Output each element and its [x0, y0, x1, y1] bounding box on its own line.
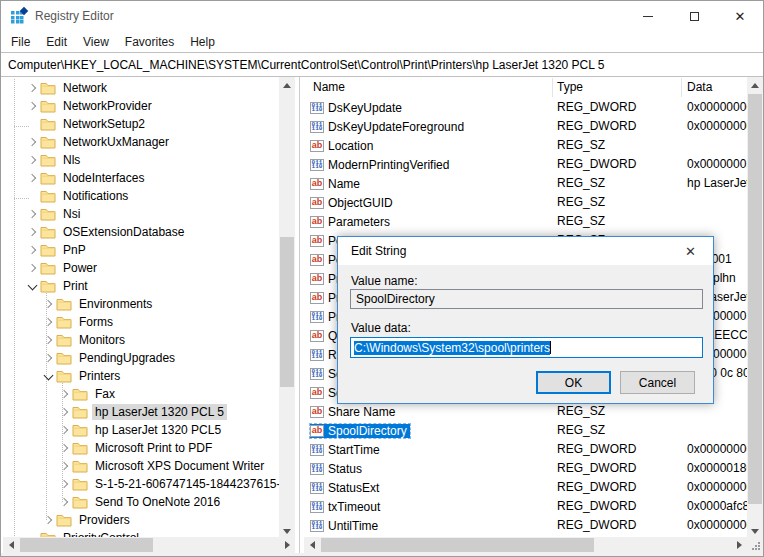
chevron-right-icon[interactable] — [42, 351, 56, 365]
maximize-button[interactable] — [671, 1, 717, 31]
minimize-button[interactable] — [625, 1, 671, 31]
chevron-right-icon[interactable] — [42, 297, 56, 311]
value-data-field[interactable]: C:\Windows\System32\spool\printers — [350, 337, 703, 358]
value-row[interactable]: abParametersREG_SZ — [304, 212, 747, 231]
value-name-text: StatusExt — [328, 481, 379, 495]
value-row[interactable]: abSpoolDirectoryREG_SZ — [304, 421, 747, 440]
tree-item[interactable]: NodeInterfaces — [3, 169, 279, 187]
value-row[interactable]: abNameREG_SZhp LaserJet 1320 PCL 5 — [304, 174, 747, 193]
chevron-right-icon[interactable] — [58, 459, 72, 473]
chevron-down-icon[interactable] — [42, 369, 56, 383]
tree-item[interactable]: PriorityControl — [3, 529, 279, 537]
tree-item[interactable]: Environments — [3, 295, 279, 313]
tree-item[interactable]: Notifications — [3, 187, 279, 205]
tree-item[interactable]: NetworkUxManager — [3, 133, 279, 151]
tree-item-label: Nsi — [60, 206, 83, 222]
scroll-right-button[interactable] — [279, 537, 295, 553]
value-row[interactable]: 011110StatusREG_DWORD0x00000180 (384) — [304, 459, 747, 478]
chevron-right-icon[interactable] — [42, 315, 56, 329]
chevron-right-icon[interactable] — [58, 441, 72, 455]
menu-view[interactable]: View — [75, 33, 117, 51]
value-row[interactable]: 011110UntilTimeREG_DWORD0x00000000 (0) — [304, 516, 747, 535]
tree-item[interactable]: Nls — [3, 151, 279, 169]
value-row[interactable]: 011110DsKeyUpdateREG_DWORD0x00000000 (0) — [304, 98, 747, 117]
tree-item[interactable]: Forms — [3, 313, 279, 331]
list-vertical-scrollbar[interactable] — [747, 77, 763, 539]
tree-item[interactable]: Nsi — [3, 205, 279, 223]
value-row[interactable]: abLocationREG_SZ — [304, 136, 747, 155]
tree-item[interactable]: OSExtensionDatabase — [3, 223, 279, 241]
value-type-text: REG_DWORD — [557, 499, 636, 513]
chevron-right-icon[interactable] — [26, 261, 40, 275]
tree-item[interactable]: NetworkSetup2 — [3, 115, 279, 133]
tree-item[interactable]: NetworkProvider — [3, 97, 279, 115]
chevron-right-icon[interactable] — [26, 81, 40, 95]
menu-favorites[interactable]: Favorites — [117, 33, 182, 51]
menu-help[interactable]: Help — [182, 33, 223, 51]
tree-item[interactable]: hp LaserJet 1320 PCL 5 — [3, 403, 279, 421]
chevron-right-icon[interactable] — [58, 477, 72, 491]
tree-item[interactable]: PnP — [3, 241, 279, 259]
value-row[interactable]: abShare NameREG_SZ — [304, 402, 747, 421]
close-button[interactable]: ✕ — [717, 1, 763, 31]
scrollbar-thumb[interactable] — [20, 538, 153, 552]
tree-item[interactable]: PendingUpgrades — [3, 349, 279, 367]
chevron-down-icon[interactable] — [26, 279, 40, 293]
scrollbar-thumb[interactable] — [321, 538, 594, 552]
chevron-right-icon[interactable] — [26, 99, 40, 113]
chevron-right-icon[interactable] — [42, 513, 56, 527]
chevron-right-icon[interactable] — [58, 387, 72, 401]
chevron-right-icon[interactable] — [58, 495, 72, 509]
column-separator[interactable] — [681, 78, 682, 97]
tree-item[interactable]: Network — [3, 79, 279, 97]
scrollbar-thumb[interactable] — [748, 94, 762, 504]
chevron-right-icon[interactable] — [26, 171, 40, 185]
tree-item[interactable]: Microsoft Print to PDF — [3, 439, 279, 457]
scrollbar-thumb[interactable] — [280, 237, 294, 387]
scroll-left-button[interactable] — [3, 537, 19, 553]
tree-item[interactable]: Power — [3, 259, 279, 277]
scroll-left-button[interactable] — [304, 537, 320, 553]
chevron-right-icon[interactable] — [42, 333, 56, 347]
menu-file[interactable]: File — [3, 33, 38, 51]
scroll-right-button[interactable] — [731, 537, 747, 553]
chevron-right-icon[interactable] — [26, 135, 40, 149]
cancel-button[interactable]: Cancel — [620, 371, 695, 394]
scroll-up-button[interactable] — [747, 77, 763, 93]
column-header-type[interactable]: Type — [557, 80, 583, 94]
value-row[interactable]: 011110txTimeoutREG_DWORD0x0000afc8 (4500… — [304, 497, 747, 516]
chevron-right-icon[interactable] — [58, 423, 72, 437]
chevron-right-icon[interactable] — [26, 225, 40, 239]
list-horizontal-scrollbar[interactable] — [304, 537, 747, 553]
chevron-right-icon[interactable] — [26, 243, 40, 257]
value-row[interactable]: 011110StatusExtREG_DWORD0x00000000 (0) — [304, 478, 747, 497]
chevron-right-icon[interactable] — [58, 405, 72, 419]
chevron-right-icon[interactable] — [26, 207, 40, 221]
tree-item[interactable]: Monitors — [3, 331, 279, 349]
tree-item[interactable]: hp LaserJet 1320 PCL5 — [3, 421, 279, 439]
address-bar[interactable]: Computer\HKEY_LOCAL_MACHINE\SYSTEM\Curre… — [1, 52, 763, 77]
chevron-right-icon[interactable] — [26, 153, 40, 167]
tree-item[interactable]: Printers — [3, 367, 279, 385]
value-row[interactable]: abObjectGUIDREG_SZ — [304, 193, 747, 212]
dialog-close-button[interactable]: ✕ — [668, 237, 713, 265]
value-row[interactable]: 011110ModernPrintingVerifiedREG_DWORD0x0… — [304, 155, 747, 174]
pane-splitter[interactable] — [299, 77, 300, 553]
ok-button[interactable]: OK — [536, 371, 611, 394]
tree-item[interactable]: S-1-5-21-606747145-1844237615-180 — [3, 475, 279, 493]
column-header-name[interactable]: Name — [313, 80, 345, 94]
tree-item[interactable]: Microsoft XPS Document Writer — [3, 457, 279, 475]
value-row[interactable]: 011110DsKeyUpdateForegroundREG_DWORD0x00… — [304, 117, 747, 136]
tree-item[interactable]: Providers — [3, 511, 279, 529]
column-header-data[interactable]: Data — [687, 80, 712, 94]
tree-vertical-scrollbar[interactable] — [279, 77, 295, 539]
menu-edit[interactable]: Edit — [38, 33, 75, 51]
tree-item[interactable]: Send To OneNote 2016 — [3, 493, 279, 511]
tree-horizontal-scrollbar[interactable] — [3, 537, 295, 553]
tree-item[interactable]: Fax — [3, 385, 279, 403]
scroll-up-button[interactable] — [279, 77, 295, 93]
tree-item[interactable]: Print — [3, 277, 279, 295]
value-row[interactable]: 011110StartTimeREG_DWORD0x00000000 (0) — [304, 440, 747, 459]
column-separator[interactable] — [552, 78, 553, 97]
resize-grip-icon[interactable] — [752, 542, 760, 550]
